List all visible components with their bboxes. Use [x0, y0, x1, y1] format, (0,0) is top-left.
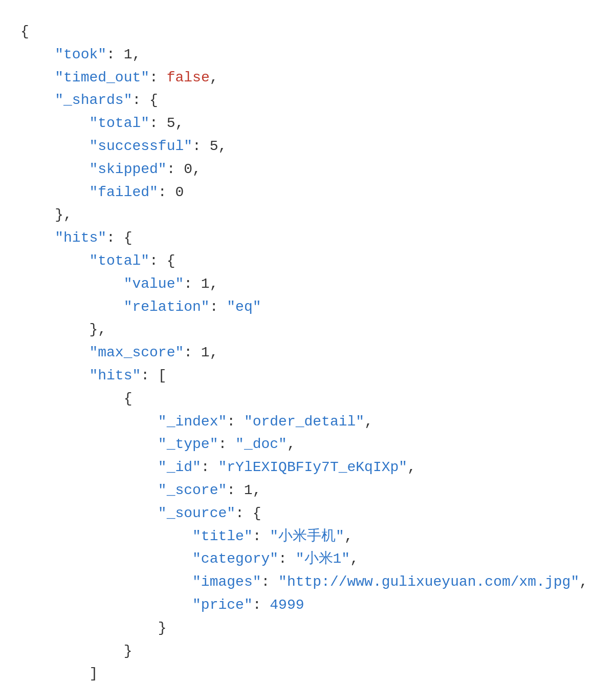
json-key: "failed" [89, 184, 158, 200]
json-punctuation: : [253, 528, 270, 544]
json-string-value: "order_detail" [244, 414, 364, 430]
json-line: "_id": "rYlEXIQBFIy7T_eKqIXp", [20, 456, 596, 479]
json-key: "timed_out" [55, 70, 149, 86]
json-punctuation: , [364, 414, 373, 430]
json-line: "price": 4999 [20, 594, 596, 617]
json-key: "images" [192, 574, 261, 590]
json-key: "_type" [158, 436, 218, 452]
json-punctuation: , [210, 70, 218, 86]
json-punctuation: : 5, [192, 138, 227, 154]
json-punctuation: , [287, 436, 296, 452]
json-punctuation: : [149, 70, 167, 86]
json-punctuation: : [201, 459, 218, 475]
json-punctuation: : 0, [167, 161, 201, 177]
json-punctuation: ] [89, 666, 98, 681]
json-punctuation: : { [149, 253, 175, 269]
json-punctuation: } [158, 620, 167, 636]
json-line: ] [20, 663, 596, 682]
json-viewer: { "took": 1, "timed_out": false, "_shard… [20, 20, 596, 682]
json-key: "took" [55, 47, 106, 62]
json-line: } [20, 617, 596, 640]
json-punctuation: { [20, 24, 29, 39]
json-key: "_index" [158, 414, 227, 430]
json-punctuation: , [350, 551, 359, 567]
json-line: "_index": "order_detail", [20, 411, 596, 434]
json-line: "relation": "eq" [20, 296, 596, 319]
json-line: "skipped": 0, [20, 158, 596, 181]
json-punctuation: : { [106, 230, 132, 246]
json-line: "timed_out": false, [20, 67, 596, 90]
json-line: } [20, 640, 596, 663]
json-string-value: "rYlEXIQBFIy7T_eKqIXp" [218, 459, 407, 475]
json-punctuation: : [ [141, 368, 166, 383]
json-punctuation: : 1, [184, 276, 218, 292]
json-punctuation: { [124, 391, 133, 407]
json-key: "hits" [55, 230, 106, 246]
json-punctuation: : 1, [106, 47, 141, 62]
json-punctuation: : 1, [227, 482, 261, 498]
json-punctuation: : [261, 574, 278, 590]
json-key: "price" [192, 597, 253, 613]
json-key: "total" [89, 115, 149, 131]
json-key: "_shards" [55, 92, 132, 108]
json-number-value: 4999 [270, 597, 304, 613]
json-line: "_shards": { [20, 89, 596, 112]
json-line: "hits": [ [20, 365, 596, 388]
json-punctuation: : [278, 551, 296, 567]
json-punctuation: }, [55, 207, 72, 223]
json-string-value: "eq" [227, 299, 261, 315]
json-punctuation: : [210, 299, 227, 315]
json-punctuation: : 0 [158, 184, 184, 200]
json-punctuation: : { [235, 505, 261, 521]
json-line: "_source": { [20, 502, 596, 525]
json-line: "max_score": 1, [20, 342, 596, 365]
json-punctuation: , [344, 528, 353, 544]
json-line: { [20, 388, 596, 411]
json-line: }, [20, 204, 596, 227]
json-string-value: "小米1" [296, 551, 350, 567]
json-punctuation: : [253, 597, 270, 613]
json-punctuation: : 1, [184, 345, 218, 360]
json-line: "took": 1, [20, 44, 596, 67]
json-punctuation: , [407, 459, 416, 475]
json-line: "value": 1, [20, 273, 596, 296]
json-punctuation: }, [89, 322, 106, 337]
json-key: "successful" [89, 138, 192, 154]
json-line: "total": 5, [20, 112, 596, 135]
json-key: "skipped" [89, 161, 166, 177]
json-key: "max_score" [89, 345, 184, 360]
json-line: { [20, 20, 596, 44]
json-boolean-value: false [167, 70, 210, 86]
json-line: "_type": "_doc", [20, 433, 596, 456]
json-key: "title" [192, 528, 253, 544]
json-line: "images": "http://www.gulixueyuan.com/xm… [20, 571, 596, 594]
json-key: "_score" [158, 482, 227, 498]
json-key: "category" [192, 551, 278, 567]
json-line: "_score": 1, [20, 479, 596, 502]
json-line: "title": "小米手机", [20, 525, 596, 548]
json-string-value: "小米手机" [270, 528, 344, 544]
json-punctuation: : [227, 414, 244, 430]
json-key: "total" [89, 253, 149, 269]
json-key: "value" [124, 276, 184, 292]
json-key: "_id" [158, 459, 201, 475]
json-line: "successful": 5, [20, 135, 596, 158]
json-punctuation: } [124, 643, 133, 659]
json-key: "_source" [158, 505, 235, 521]
json-key: "relation" [124, 299, 210, 315]
json-line: "hits": { [20, 227, 596, 250]
json-key: "hits" [89, 368, 141, 383]
json-punctuation: : [218, 436, 235, 452]
json-punctuation: : 5, [149, 115, 184, 131]
json-line: }, [20, 318, 596, 342]
json-line: "category": "小米1", [20, 548, 596, 571]
json-line: "failed": 0 [20, 181, 596, 204]
json-punctuation: : { [132, 92, 158, 108]
json-punctuation: , [579, 574, 588, 590]
json-string-value: "_doc" [235, 436, 287, 452]
json-string-value: "http://www.gulixueyuan.com/xm.jpg" [278, 574, 579, 590]
json-line: "total": { [20, 250, 596, 273]
